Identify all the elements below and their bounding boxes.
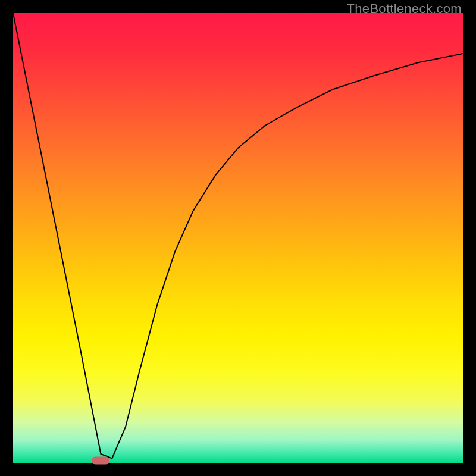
bottleneck-marker xyxy=(92,457,109,465)
bottleneck-chart: TheBottleneck.com xyxy=(0,0,476,476)
plot-area xyxy=(13,13,463,463)
bottleneck-curve xyxy=(13,13,463,463)
